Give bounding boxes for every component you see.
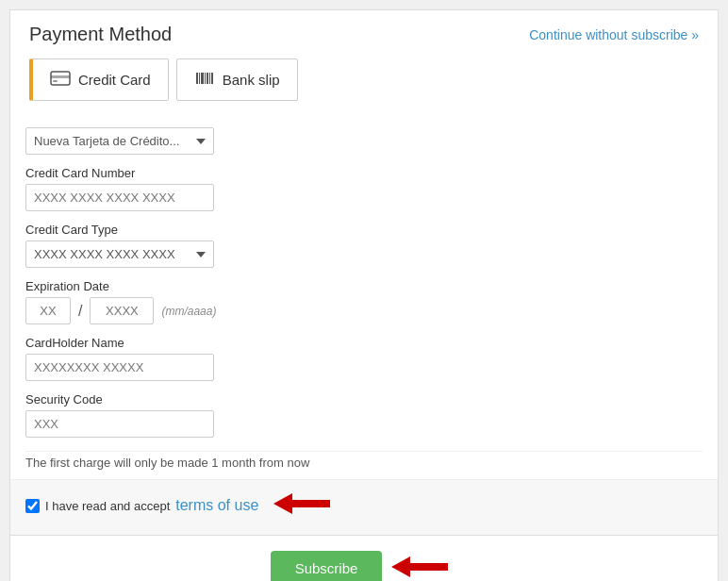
cardholder-input[interactable]: [25, 354, 214, 381]
cc-number-group: Credit Card Number: [25, 166, 703, 211]
svg-rect-4: [199, 73, 200, 84]
terms-checkbox[interactable]: [25, 499, 40, 513]
svg-rect-8: [209, 73, 210, 84]
header: Payment Method Continue without subscrib…: [25, 24, 703, 45]
charge-notice: The first charge will only be made 1 mon…: [25, 451, 703, 470]
subscribe-button[interactable]: Subscribe: [271, 551, 383, 581]
svg-rect-6: [205, 73, 206, 84]
svg-marker-11: [391, 556, 448, 577]
cc-number-input[interactable]: [25, 184, 214, 211]
expiry-label: Expiration Date: [25, 279, 703, 293]
svg-rect-9: [211, 73, 213, 84]
page-wrapper: Payment Method Continue without subscrib…: [9, 9, 719, 581]
payment-form: Nueva Tarjeta de Crédito... Credit Card …: [25, 116, 703, 470]
expiry-hint: (mm/aaaa): [161, 305, 216, 318]
continue-without-subscribe-link[interactable]: Continue without subscribe »: [529, 24, 699, 42]
cardholder-group: CardHolder Name: [25, 336, 703, 381]
card-selector-group: Nueva Tarjeta de Crédito...: [25, 127, 703, 155]
tab-credit-card-label: Credit Card: [78, 72, 151, 88]
svg-rect-2: [53, 80, 58, 82]
security-code-input[interactable]: [25, 410, 214, 438]
expiry-separator: /: [78, 303, 82, 320]
security-code-group: Security Code: [25, 392, 703, 438]
expiry-row: / (mm/aaaa): [25, 297, 703, 324]
subscribe-row: Subscribe: [10, 535, 718, 581]
tab-bank-slip-label: Bank slip: [223, 72, 280, 88]
terms-text: I have read and accept: [45, 499, 170, 513]
expiry-yyyy-input[interactable]: [90, 297, 154, 324]
security-code-label: Security Code: [25, 392, 703, 407]
credit-card-icon: [50, 69, 71, 91]
svg-rect-1: [51, 75, 70, 78]
terms-of-use-link[interactable]: terms of use: [175, 497, 258, 514]
cardholder-label: CardHolder Name: [25, 336, 703, 350]
svg-rect-3: [196, 73, 198, 84]
arrow-subscribe-icon: [391, 553, 457, 582]
svg-marker-10: [273, 493, 330, 514]
card-selector[interactable]: Nueva Tarjeta de Crédito...: [25, 127, 214, 155]
tab-bank-slip[interactable]: Bank slip: [176, 58, 298, 101]
terms-section: I have read and accept terms of use: [10, 479, 718, 535]
bank-slip-icon: [194, 69, 215, 91]
cc-type-select[interactable]: XXXX XXXX XXXX XXXX: [25, 241, 214, 268]
cc-number-label: Credit Card Number: [25, 166, 703, 180]
svg-rect-7: [207, 73, 208, 84]
expiry-group: Expiration Date / (mm/aaaa): [25, 279, 703, 324]
arrow-terms-icon: [273, 490, 339, 522]
cc-type-label: Credit Card Type: [25, 223, 703, 237]
svg-rect-5: [201, 73, 204, 84]
cc-type-group: Credit Card Type XXXX XXXX XXXX XXXX: [25, 223, 703, 268]
expiry-mm-input[interactable]: [25, 297, 71, 324]
page-title: Payment Method: [29, 24, 172, 45]
tab-credit-card[interactable]: Credit Card: [29, 58, 169, 101]
payment-tabs: Credit Card Bank slip: [25, 58, 703, 101]
